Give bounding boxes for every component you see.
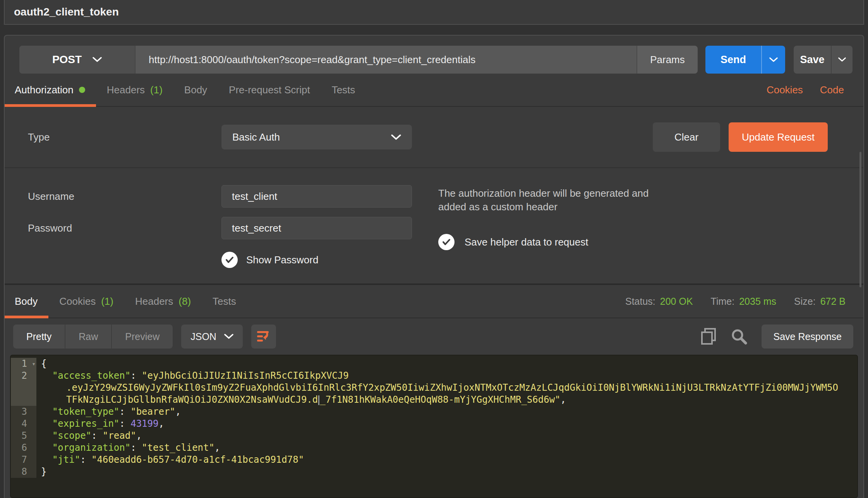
format-dropdown[interactable]: JSON [181, 325, 243, 349]
line-number-gutter: 2 [11, 370, 36, 382]
tab-headers[interactable]: Headers (1) [96, 74, 173, 106]
fold-caret-icon[interactable]: ▾ [32, 358, 36, 370]
status-badge: Status: 200 OK [625, 296, 693, 307]
send-label: Send [720, 54, 746, 66]
method-label: POST [52, 53, 82, 66]
show-password-row: Show Password [28, 252, 438, 268]
tab-authorization[interactable]: Authorization [9, 74, 96, 106]
password-row: Password [28, 217, 438, 239]
response-tab-body[interactable]: Body [9, 285, 48, 318]
copy-button[interactable] [700, 328, 717, 345]
update-request-label: Update Request [742, 131, 815, 143]
code-line: 8} [11, 466, 857, 478]
params-button[interactable]: Params [636, 46, 698, 74]
view-raw-button[interactable]: Raw [65, 325, 112, 349]
username-label: Username [28, 191, 221, 203]
check-icon [225, 256, 234, 263]
copy-icon [700, 328, 717, 345]
request-title: oauth2_client_token [14, 6, 119, 18]
response-tab-cookies[interactable]: Cookies (1) [48, 285, 124, 318]
save-response-button[interactable]: Save Response [762, 325, 853, 349]
send-button[interactable]: Send [705, 46, 761, 74]
auth-type-row: Type Basic Auth Clear Update Request [5, 107, 863, 168]
tab-pre-request-script[interactable]: Pre-request Script [218, 74, 321, 106]
tab-count: (1) [150, 84, 163, 96]
code-line: 6"organization": "test_client", [11, 442, 857, 454]
save-options-button[interactable] [831, 46, 853, 74]
view-raw-label: Raw [79, 331, 98, 342]
helper-note-line2: added as a custom header [438, 200, 853, 214]
send-options-button[interactable] [761, 46, 785, 74]
chevron-down-icon [391, 134, 401, 140]
time-label: Time: [711, 296, 735, 307]
password-field[interactable] [221, 217, 412, 239]
scrollbar-thumb[interactable] [859, 152, 861, 287]
view-preview-label: Preview [125, 331, 160, 342]
code-link[interactable]: Code [820, 84, 844, 96]
params-label: Params [650, 54, 685, 66]
auth-type-select[interactable]: Basic Auth [221, 125, 412, 149]
tab-links: Cookies Code [767, 74, 844, 106]
url-input[interactable] [136, 46, 636, 74]
save-button-group: Save [794, 46, 853, 74]
tab-label: Body [184, 84, 207, 96]
tab-tests[interactable]: Tests [321, 74, 366, 106]
code-line: 5"scope": "read", [11, 430, 857, 442]
chevron-down-icon [93, 57, 102, 62]
password-label: Password [28, 222, 221, 234]
status-value: 200 OK [660, 296, 693, 307]
spacer [247, 285, 625, 318]
clear-label: Clear [674, 131, 698, 143]
tab-body[interactable]: Body [173, 74, 218, 106]
tab-label: Headers [135, 295, 173, 307]
response-body-code[interactable]: 1▾{2"access_token": "eyJhbGciOiJIUzI1NiI… [10, 355, 858, 498]
tab-count: (8) [178, 295, 191, 307]
line-number-gutter [11, 394, 36, 406]
request-builder-panel: POST Params Send Save [4, 35, 864, 498]
response-section: Body Cookies (1) Headers (8) Tests Statu… [5, 283, 863, 498]
response-tab-tests[interactable]: Tests [202, 285, 247, 318]
helper-note-line1: The authorization header will be generat… [438, 187, 853, 200]
credentials-form: Username Password Show Password [28, 185, 438, 268]
tab-label: Headers [107, 84, 145, 96]
code-line: 4"expires_in": 43199, [11, 418, 857, 430]
line-number-gutter: 3 [11, 406, 36, 418]
username-field[interactable] [221, 185, 412, 208]
auth-helper-column: The authorization header will be generat… [438, 185, 853, 268]
search-button[interactable] [731, 328, 748, 345]
response-tab-headers[interactable]: Headers (8) [124, 285, 202, 318]
cookies-link[interactable]: Cookies [767, 84, 803, 96]
save-label: Save [800, 54, 824, 66]
code-line: TFkNzgiLCJjbGllbnRfaWQiOiJ0ZXN0X2NsaWVud… [11, 394, 857, 406]
line-number-gutter: 6 [11, 442, 36, 454]
time-value: 2035 ms [739, 296, 776, 307]
auth-credentials-section: Username Password Show Password The auth… [5, 168, 863, 283]
update-request-button[interactable]: Update Request [729, 122, 828, 152]
wrap-text-button[interactable] [251, 325, 276, 349]
chevron-down-icon [838, 57, 846, 62]
tab-label: Cookies [59, 295, 96, 307]
line-number-gutter: 7 [11, 454, 36, 466]
chevron-down-icon [224, 334, 233, 339]
size-value: 672 B [820, 296, 846, 307]
line-number-gutter: 5 [11, 430, 36, 442]
send-button-group: Send [705, 46, 785, 74]
code-line: 2"access_token": "eyJhbGciOiJIUzI1NiIsIn… [11, 370, 857, 382]
save-button[interactable]: Save [794, 46, 831, 74]
save-response-label: Save Response [773, 331, 842, 342]
method-dropdown[interactable]: POST [19, 46, 136, 74]
tab-label: Tests [332, 84, 355, 96]
check-icon [442, 239, 451, 246]
save-helper-row: Save helper data to request [438, 234, 853, 250]
size-label: Size: [794, 296, 816, 307]
line-number-gutter: 8 [11, 466, 36, 478]
chevron-down-icon [769, 57, 778, 62]
tab-label: Body [15, 295, 38, 307]
view-pretty-button[interactable]: Pretty [13, 325, 65, 349]
view-preview-button[interactable]: Preview [112, 325, 173, 349]
response-toolbar: Pretty Raw Preview JSON [5, 318, 863, 355]
clear-button[interactable]: Clear [653, 122, 720, 152]
save-helper-checkbox[interactable] [438, 234, 455, 250]
line-number-gutter: 1▾ [11, 358, 36, 370]
show-password-checkbox[interactable] [221, 252, 238, 268]
